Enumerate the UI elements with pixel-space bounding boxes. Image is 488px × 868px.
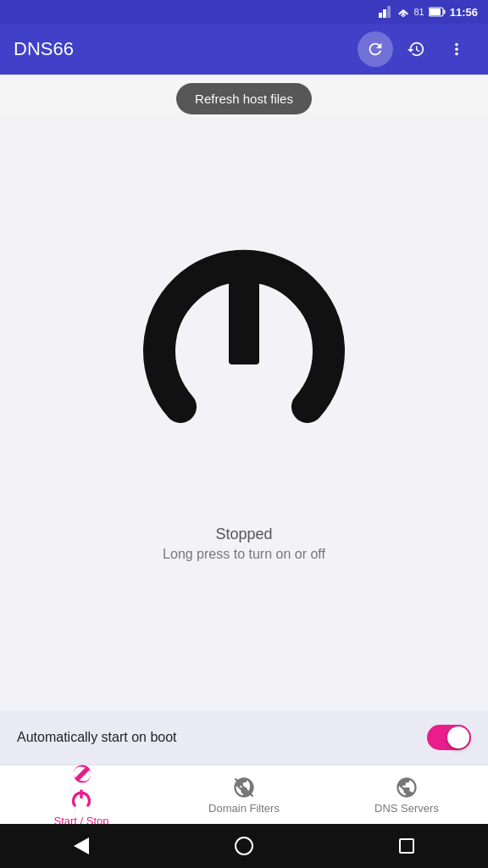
refresh-button[interactable] [358,31,393,67]
domain-filters-icon [232,776,256,799]
refresh-tooltip: Refresh host files [176,83,312,114]
tooltip-container: Refresh host files [0,83,488,114]
svg-marker-1 [383,9,386,18]
recents-button[interactable] [390,829,424,863]
wifi-icon [396,7,410,17]
battery-shape-icon [429,7,446,17]
auto-start-toggle[interactable] [427,725,471,750]
svg-rect-5 [443,10,445,14]
svg-point-3 [402,16,403,17]
signal-icon [379,6,392,18]
auto-start-label: Automatically start on boot [17,730,177,745]
home-icon [235,837,253,855]
power-icon [117,237,371,492]
bottom-nav: Start / Stop Domain Filters DNS Servers [0,765,488,824]
nav-power-wrap [69,788,93,812]
home-button[interactable] [227,829,261,863]
dns-servers-icon [395,776,419,799]
auto-start-row: Automatically start on boot [0,710,488,765]
status-bar-icons: 81 11:56 [379,6,479,19]
nav-power-svg [69,788,93,812]
more-icon [447,40,466,58]
system-nav-bar [0,824,488,868]
history-button[interactable] [398,31,434,67]
back-icon [74,837,89,854]
svg-marker-0 [379,13,382,18]
app-title: DNS66 [14,38,358,60]
svg-marker-2 [387,6,391,18]
power-icon-wrapper[interactable] [108,229,380,500]
status-text: Stopped Long press to turn on or off [163,526,325,562]
app-bar-actions [358,31,474,67]
battery-icon: 81 [414,7,424,17]
nav-item-start-stop[interactable]: Start / Stop [0,762,163,827]
refresh-icon [366,40,385,58]
back-button[interactable] [64,829,98,863]
nav-label-domain-filters: Domain Filters [208,802,280,815]
toggle-knob [447,726,469,748]
status-bar: 81 11:56 [0,0,488,24]
status-hint-label: Long press to turn on or off [163,547,325,562]
nav-label-dns-servers: DNS Servers [374,802,439,815]
main-content: Stopped Long press to turn on or off [0,114,488,710]
nav-item-dns-servers[interactable]: DNS Servers [325,776,488,815]
status-stopped-label: Stopped [163,526,325,543]
history-icon [407,40,425,58]
svg-rect-6 [430,8,441,15]
nav-item-domain-filters[interactable]: Domain Filters [163,776,325,815]
more-button[interactable] [439,31,474,67]
status-time: 11:56 [450,6,478,19]
app-bar: DNS66 [0,24,488,75]
recents-icon [399,838,414,854]
